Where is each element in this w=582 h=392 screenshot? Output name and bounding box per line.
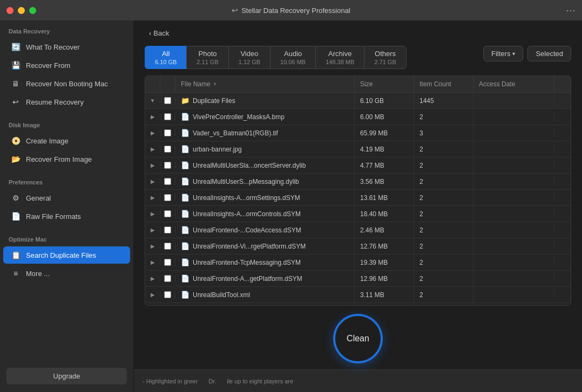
tab-photo-size: 2.11 GB — [197, 59, 218, 65]
expand-icon[interactable]: ▶ — [145, 195, 160, 201]
tab-others-size: 2.71 GB — [374, 59, 396, 65]
row-checkbox-cell[interactable] — [160, 259, 175, 266]
th-item-count[interactable]: Item Count — [414, 76, 473, 92]
tab-photo[interactable]: Photo 2.11 GB — [186, 46, 228, 69]
row-checkbox[interactable] — [164, 162, 171, 169]
group-checkbox[interactable] — [164, 97, 171, 104]
row-checkbox[interactable] — [164, 291, 171, 298]
back-button[interactable]: ‹ Back — [145, 27, 173, 39]
clean-label: Clean — [347, 334, 369, 343]
table-row: ▼ 📁 Duplicate Files 6.10 GB 1445 — [145, 93, 571, 109]
expand-icon[interactable]: ▶ — [145, 276, 160, 281]
date-cell — [473, 226, 554, 234]
sidebar-item-what-to-recover[interactable]: 🔄 What To Recover — [3, 38, 130, 56]
expand-icon[interactable]: ▶ — [145, 130, 160, 136]
expand-icon[interactable]: ▶ — [145, 162, 160, 168]
upgrade-button[interactable]: Upgrade — [6, 368, 127, 384]
file-icon: 📄 — [181, 161, 190, 169]
expand-icon[interactable]: ▶ — [145, 259, 160, 265]
row-checkbox-cell[interactable] — [160, 291, 175, 298]
row-checkbox[interactable] — [164, 178, 171, 185]
clean-button[interactable]: Clean — [334, 314, 382, 363]
filters-button[interactable]: Filters ▾ — [483, 46, 523, 61]
filename: UnrealFrontend-Vi...rgetPlatform.dSYM — [193, 243, 306, 250]
recover-non-booting-icon: 🖥 — [11, 79, 21, 88]
sidebar-item-resume-recovery[interactable]: ↩ Resume Recovery — [3, 93, 130, 111]
tab-others[interactable]: Others 2.71 GB — [364, 46, 406, 69]
sidebar-item-recover-from-image[interactable]: 📂 Recover From Image — [3, 150, 130, 168]
filename-cell: 📄UnrealInsights-A...ormControls.dSYM — [175, 206, 355, 222]
main-layout: Data Recovery 🔄 What To Recover 💾 Recove… — [0, 20, 582, 392]
expand-icon[interactable]: ▶ — [145, 178, 160, 184]
sidebar-bottom: Upgrade — [0, 360, 133, 392]
expand-icon[interactable]: ▶ — [145, 146, 160, 152]
expand-icon[interactable]: ▶ — [145, 292, 160, 298]
row-checkbox[interactable] — [164, 210, 171, 217]
row-checkbox[interactable] — [164, 243, 171, 250]
th-access-date[interactable]: Access Date — [473, 76, 554, 92]
row-checkbox-cell[interactable] — [160, 146, 175, 153]
row-checkbox-cell[interactable] — [160, 113, 175, 120]
sidebar-item-raw-file-formats[interactable]: 📄 Raw File Formats — [3, 208, 130, 225]
size-cell: 6.00 MB — [355, 109, 414, 125]
filename-cell: 📄UnrealMultiUserS...pMessaging.dylib — [175, 174, 355, 189]
menu-button[interactable]: ⋯ — [566, 4, 576, 16]
filename-cell: 📄UnrealMultiUserSla...oncertServer.dylib — [175, 157, 355, 173]
recover-from-image-icon: 📂 — [11, 154, 21, 164]
create-image-icon: 📀 — [11, 136, 21, 146]
sidebar-item-more[interactable]: ≡ More ... — [3, 265, 130, 282]
sidebar-label-what-to-recover: What To Recover — [26, 43, 79, 51]
group-name-cell: 📁 Duplicate Files — [175, 93, 355, 108]
size-cell: 3.56 MB — [355, 174, 414, 189]
selected-button[interactable]: Selected — [527, 46, 571, 61]
row-checkbox-cell[interactable] — [160, 210, 175, 217]
sidebar-item-recover-from[interactable]: 💾 Recover From — [3, 57, 130, 74]
row-checkbox-cell[interactable] — [160, 275, 175, 282]
minimize-button[interactable] — [18, 7, 25, 14]
section-label-data-recovery: Data Recovery — [0, 20, 133, 38]
th-filename[interactable]: File Name ▼ — [175, 76, 355, 92]
row-checkbox[interactable] — [164, 129, 171, 136]
what-to-recover-icon: 🔄 — [11, 42, 21, 52]
group-checkbox-cell[interactable] — [160, 97, 175, 104]
row-checkbox[interactable] — [164, 259, 171, 266]
sidebar-label-search-duplicate-files: Search Duplicate Files — [26, 251, 96, 259]
row-checkbox[interactable] — [164, 226, 171, 233]
th-size[interactable]: Size — [355, 76, 414, 92]
tab-video[interactable]: Video 1.12 GB — [228, 46, 270, 69]
table-row: ▶ 📄UnrealInsights-A...ormSettings.dSYM 1… — [145, 190, 571, 206]
row-checkbox-cell[interactable] — [160, 243, 175, 250]
tab-audio[interactable]: Audio 10.06 MB — [270, 46, 315, 69]
row-checkbox[interactable] — [164, 194, 171, 201]
tab-archive[interactable]: Archive 148.38 MB — [315, 46, 364, 69]
maximize-button[interactable] — [29, 7, 36, 14]
row-checkbox-cell[interactable] — [160, 162, 175, 169]
sidebar-item-recover-non-booting[interactable]: 🖥 Recover Non Booting Mac — [3, 75, 130, 92]
close-button[interactable] — [6, 7, 13, 14]
row-checkbox[interactable] — [164, 146, 171, 153]
row-checkbox-cell[interactable] — [160, 178, 175, 185]
expand-icon[interactable]: ▶ — [145, 211, 160, 217]
row-checkbox-cell[interactable] — [160, 194, 175, 201]
row-checkbox-cell[interactable] — [160, 226, 175, 233]
group-expand-icon[interactable]: ▼ — [145, 98, 160, 104]
expand-icon[interactable]: ▶ — [145, 227, 160, 233]
expand-icon[interactable]: ▶ — [145, 243, 160, 249]
filters-label: Filters — [491, 50, 510, 58]
section-label-optimize-mac: Optimize Mac — [0, 229, 133, 246]
tab-all[interactable]: All 6.10 GB — [145, 46, 186, 69]
row-checkbox-cell[interactable] — [160, 129, 175, 136]
sidebar-item-create-image[interactable]: 📀 Create Image — [3, 132, 130, 149]
row-checkbox[interactable] — [164, 275, 171, 282]
sidebar-item-search-duplicate-files[interactable]: 📋 Search Duplicate Files — [3, 246, 130, 264]
file-icon: 📄 — [181, 291, 190, 299]
file-icon: 📄 — [181, 113, 190, 121]
table-row: ▶ 📄VivePreController_MasksA.bmp 6.00 MB … — [145, 109, 571, 125]
sidebar-label-general: General — [26, 194, 51, 202]
count-cell: 2 — [414, 109, 473, 125]
sidebar-item-general[interactable]: ⚙ General — [3, 189, 130, 207]
expand-icon[interactable]: ▶ — [145, 114, 160, 120]
file-table: File Name ▼ Size Item Count Access Date … — [145, 75, 571, 306]
size-cell: 4.19 MB — [355, 142, 414, 157]
row-checkbox[interactable] — [164, 113, 171, 120]
